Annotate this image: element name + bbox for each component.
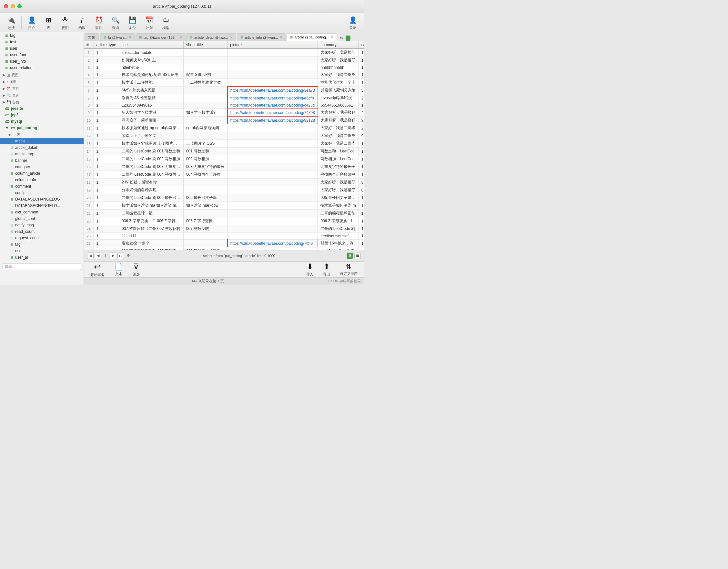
action-filter[interactable]: ⊽ 筛选 <box>133 262 140 277</box>
sidebar-item-column-info[interactable]: ⊞ column_info <box>0 177 84 183</box>
cell-category_id[interactable]: 1 <box>359 209 364 217</box>
cell-picture[interactable] <box>227 71 318 79</box>
cell-short_title[interactable]: 008.字符串转成整数 <box>183 247 227 250</box>
cell-category_id[interactable]: 10 <box>359 147 364 155</box>
cell-picture[interactable] <box>227 56 318 64</box>
toolbar-schedule[interactable]: 📅 计划 <box>141 14 157 32</box>
sidebar-item-column-article[interactable]: ⊞ column_article <box>0 170 84 177</box>
cell-category_id[interactable]: 1 <box>359 102 364 109</box>
cell-title[interactable]: 二哥的 LeetCode 刷 005.最长回文子串 <box>119 194 183 202</box>
sidebar-item-category[interactable]: ⊞ category <box>0 164 84 170</box>
cell-article_type[interactable]: 1 <box>94 178 119 186</box>
cell-short_title[interactable] <box>183 233 227 239</box>
cell-title[interactable]: 荣幸，上了小米的文 <box>119 132 183 140</box>
cell-article_type[interactable]: 1 <box>94 94 119 102</box>
cell-category_id[interactable]: 1 <box>359 140 364 147</box>
cell-article_type[interactable]: 1 <box>94 155 119 163</box>
cell-summary[interactable]: 大家好，我是二哥毕 <box>318 71 359 79</box>
cell-category_id[interactable]: 1 <box>359 71 364 79</box>
cell-title[interactable]: 1111111 <box>119 233 183 239</box>
first-page-button[interactable]: ⏮ <box>87 252 94 259</box>
table-row[interactable]: 91新人如何学习技术派如何学习技术派?https://cdn.tobebette… <box>84 109 364 117</box>
cell-category_id[interactable]: 5 <box>359 86 364 94</box>
cell-category_id[interactable]: 10 <box>359 194 364 202</box>
cell-title[interactable]: 二哥编程星球，最 <box>119 209 183 217</box>
sidebar-item-article-detail[interactable]: ⊞ article_detail <box>0 144 84 151</box>
table-row[interactable]: 131技术派如何实现图片 上传图片至 OSS上传图片至 OSS大家好，我是二哥毕… <box>84 140 364 147</box>
table-row[interactable]: 171二哥的 LeetCode 刷 004.寻找两个正序数004.寻找两个正序数… <box>84 171 364 178</box>
cell-title[interactable]: 别再为 JS 长整型精 <box>119 94 183 102</box>
col-header-title[interactable]: title <box>119 41 183 49</box>
action-export[interactable]: ⬆ 导出 <box>323 262 330 277</box>
cell-short_title[interactable] <box>183 178 227 186</box>
cell-category_id[interactable]: 1 <box>359 239 364 247</box>
tab-close-button[interactable]: ✕ <box>129 36 131 39</box>
cell-category_id[interactable]: 4 <box>359 109 364 117</box>
cell-article_type[interactable]: 1 <box>94 109 119 117</box>
cell-summary[interactable]: 结婚 16年以来，俺 <box>318 239 359 247</box>
cell-summary[interactable]: 大家好呀，我是楼仔 <box>318 49 359 56</box>
cell-title[interactable]: 006.Z 字形变换：二 006.Z 字行变换 <box>119 217 183 225</box>
table-row[interactable]: 41技术网站是如何配 配置 SSL 证书配置 SSL 证书大家好，我是二哥毕12 <box>84 71 364 79</box>
cell-short_title[interactable] <box>183 86 227 94</box>
col-header-summary[interactable]: summary <box>318 41 359 49</box>
sidebar-item-article[interactable]: ⊞ article <box>0 138 84 144</box>
sidebar-item-user-ai[interactable]: ⊞ user_ai <box>0 254 84 260</box>
cell-title[interactable]: 二哥的 LeetCode 刷 003.无重复字符的最 <box>119 163 183 171</box>
cell-picture[interactable] <box>227 171 318 178</box>
sidebar-item-article-tag[interactable]: ⊞ article_tag <box>0 151 84 157</box>
sidebar-item-test[interactable]: ⊞ test <box>0 39 84 45</box>
cell-picture[interactable]: https://cdn.tobebetterjavaer.com/paicodi… <box>227 94 318 102</box>
cell-category_id[interactable]: 10 <box>359 163 364 171</box>
cell-picture[interactable] <box>227 79 318 86</box>
cell-summary[interactable]: 大家好，我是二哥毕 <box>318 140 359 147</box>
cell-summary[interactable]: eeeffsdfzsdfzsdf <box>318 233 359 239</box>
cell-short_title[interactable]: 如何渲染 markdow <box>183 202 227 209</box>
cell-short_title[interactable]: 005.最长回文子串 <box>183 194 227 202</box>
table-row[interactable]: 151二哥的 LeetCode 刷 002.两数相加002.两数相加两数相加，L… <box>84 155 364 163</box>
cell-category_id[interactable]: 10 <box>359 247 364 250</box>
toolbar-view[interactable]: 👁 视图 <box>57 14 73 32</box>
cell-category_id[interactable]: 1 <box>359 233 364 239</box>
cell-title[interactable]: 007.整数反转《二哥 007 整数反转 <box>119 225 183 233</box>
cell-short_title[interactable]: 003.无重复字符的最长 <box>183 163 227 171</box>
sidebar-item-dict-common[interactable]: ⊞ dict_common <box>0 209 84 215</box>
cell-article_type[interactable]: 1 <box>94 163 119 171</box>
table-row[interactable]: 11select...for update大家好呀，我是楼仔12 <box>84 49 364 56</box>
sidebar-db-pai-coding[interactable]: ▼ 🗃 pai_coding <box>0 125 84 131</box>
cell-article_type[interactable]: 1 <box>94 194 119 202</box>
table-row[interactable]: 21如何解决 MySQL 主大家好呀，我是楼仔12 <box>84 56 364 64</box>
tab-object-panel[interactable]: 对象 <box>85 33 99 41</box>
cell-category_id[interactable]: 1 <box>359 56 364 64</box>
next-page-button[interactable]: ▶ <box>110 252 116 259</box>
cell-category_id[interactable]: 8 <box>359 186 364 194</box>
action-custom-sort[interactable]: ⇅ 自定义排序 <box>340 263 358 276</box>
table-row[interactable]: 201二哥的 LeetCode 刷 005.最长回文子串005.最长回文子串00… <box>84 194 364 202</box>
cell-article_type[interactable]: 1 <box>94 147 119 155</box>
cell-short_title[interactable] <box>183 186 227 194</box>
toolbar-query[interactable]: 🔍 查询 <box>107 14 124 32</box>
cell-article_type[interactable]: 1 <box>94 186 119 194</box>
cell-picture[interactable]: https://cdn.tobebetterjavaer.com/paicodi… <box>227 109 318 117</box>
cell-title[interactable]: 技术派如何通过 ng ngrok内网穿透访问 <box>119 124 183 132</box>
cell-summary[interactable]: 大家好，我是二哥毕 <box>318 124 359 132</box>
col-header-picture[interactable]: picture <box>227 41 318 49</box>
action-import[interactable]: ⬇ 导入 <box>306 262 313 277</box>
prev-page-button[interactable]: ◀ <box>95 252 101 259</box>
cell-short_title[interactable]: 004.寻找两个正序数 <box>183 171 227 178</box>
cell-summary[interactable]: 大家好呀，我是楼仔 <box>318 56 359 64</box>
minimize-button[interactable] <box>11 4 15 8</box>
cell-short_title[interactable]: 如何学习技术派? <box>183 109 227 117</box>
sidebar-item-user-db[interactable]: ⊞ user <box>0 248 84 254</box>
table-row[interactable]: 241007.整数反转《二哥 007 整数反转007 整数反转二哥的 LeetC… <box>84 225 364 233</box>
cell-summary[interactable]: 大家好呀，我是楼仔 <box>318 186 359 194</box>
table-row[interactable]: 191分布式锁的各种实现大家好呀，我是楼仔82 <box>84 186 364 194</box>
cell-title[interactable]: 2 W 粉丝，感谢有你 <box>119 178 183 186</box>
cell-category_id[interactable]: 2 <box>359 94 364 102</box>
cell-category_id[interactable]: 10 <box>359 217 364 225</box>
cell-picture[interactable] <box>227 225 318 233</box>
cell-title[interactable]: hthehethe <box>119 64 183 71</box>
cell-summary[interactable]: 005.最长回文子串， <box>318 194 359 202</box>
toolbar-user[interactable]: 👤 用户 <box>24 14 40 32</box>
table-row[interactable]: 211技术派如何渲染 ma 如何渲染 markdow如何渲染 markdow技术… <box>84 202 364 209</box>
